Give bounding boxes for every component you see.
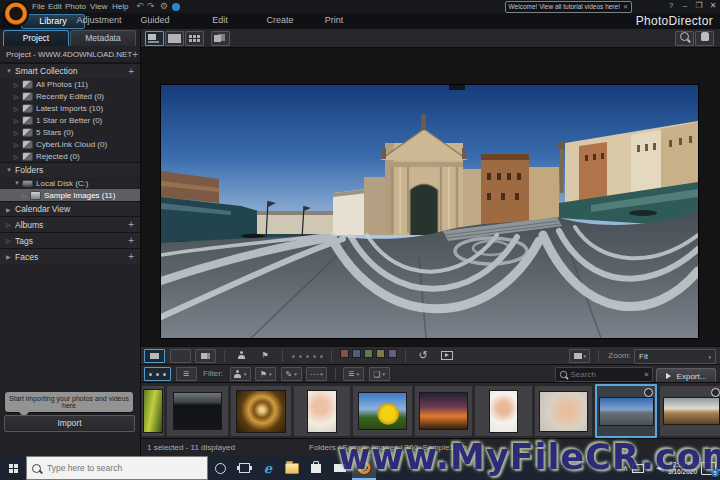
- gear-icon[interactable]: ⚙: [160, 0, 168, 13]
- expand-icon[interactable]: ▶: [6, 253, 15, 260]
- cortana-button[interactable]: [208, 456, 232, 480]
- tooltip-close-icon[interactable]: ✕: [623, 4, 628, 10]
- filmstrip-thumb-blonde-woman[interactable]: [535, 386, 592, 436]
- tab-edit[interactable]: Edit: [193, 14, 247, 27]
- tab-metadata[interactable]: Metadata: [70, 30, 136, 46]
- multi-mode-button[interactable]: [195, 349, 216, 363]
- filmstrip-thumb-golden-spiral[interactable]: [231, 386, 291, 436]
- mail-button[interactable]: [328, 456, 352, 480]
- flag-button[interactable]: ⚑: [256, 349, 275, 361]
- sidebar-item-rejected[interactable]: ▷ Rejected (0): [0, 150, 140, 162]
- library-search-box[interactable]: ✕: [555, 367, 653, 382]
- restore-button[interactable]: ❐: [692, 0, 706, 12]
- sidebar-item-latest-imports[interactable]: ▷ Latest Imports (10): [0, 102, 140, 114]
- tutorial-icon[interactable]: [172, 3, 180, 11]
- expand-icon[interactable]: ▷: [14, 153, 23, 160]
- two-up-mode-button[interactable]: [170, 349, 191, 363]
- single-photo-view-button[interactable]: [165, 31, 184, 46]
- grid-view-button[interactable]: [185, 31, 204, 46]
- menu-help[interactable]: Help: [108, 1, 132, 13]
- collapse-icon[interactable]: ▼: [6, 68, 15, 74]
- filter-flag-button[interactable]: ⚑▾: [255, 367, 276, 381]
- collapse-icon[interactable]: ▼: [14, 180, 23, 186]
- clear-search-icon[interactable]: ✕: [644, 371, 650, 379]
- stack-button[interactable]: ❏▾: [369, 367, 390, 381]
- filmstrip-thumb-venice-360-selected[interactable]: [595, 384, 657, 438]
- collapse-icon[interactable]: ▼: [6, 167, 15, 173]
- single-mode-button[interactable]: [144, 349, 165, 363]
- display-icon[interactable]: [632, 464, 644, 473]
- pan-tool-button[interactable]: [695, 31, 714, 46]
- filmstrip-thumb-dark-landscape[interactable]: [167, 386, 228, 436]
- calendar-view-header[interactable]: ▶ Calendar View: [0, 201, 140, 216]
- import-button[interactable]: Import: [4, 415, 135, 432]
- tab-create[interactable]: Create: [253, 14, 307, 27]
- expand-icon[interactable]: ▷: [14, 105, 23, 112]
- expand-icon[interactable]: ▷: [22, 192, 31, 199]
- sidebar-item-sample-images[interactable]: ▷ Sample Images (11): [0, 189, 140, 201]
- label-purple[interactable]: [388, 349, 397, 358]
- label-blue[interactable]: [352, 349, 361, 358]
- network-icon[interactable]: ⌐: [648, 465, 652, 472]
- tags-header[interactable]: ▷ Tags +: [0, 232, 140, 248]
- slideshow-button[interactable]: [437, 349, 456, 361]
- filmstrip[interactable]: [141, 382, 720, 439]
- filmstrip-thumb-green-plant[interactable]: [142, 386, 164, 436]
- minimize-button[interactable]: –: [678, 0, 692, 12]
- expand-icon[interactable]: ▷: [14, 117, 23, 124]
- tray-chevron-up-icon[interactable]: ∧: [622, 464, 628, 473]
- add-album-icon[interactable]: +: [128, 219, 134, 230]
- filmstrip-thumb-smiling-woman[interactable]: [294, 386, 350, 436]
- file-explorer-button[interactable]: [280, 456, 304, 480]
- photo-filmstrip-view-button[interactable]: [145, 31, 164, 46]
- tab-adjustment[interactable]: Adjustment: [72, 14, 126, 27]
- smart-collection-header[interactable]: ▼ Smart Collection +: [0, 63, 140, 78]
- library-search-input[interactable]: [568, 369, 643, 380]
- filter-edited-button[interactable]: ✎▾: [281, 367, 302, 381]
- tab-print[interactable]: Print: [307, 14, 361, 27]
- volume-icon[interactable]: ◀): [656, 464, 664, 472]
- add-tag-icon[interactable]: +: [128, 235, 134, 246]
- undo-icon[interactable]: ↶: [136, 0, 144, 13]
- action-center-icon[interactable]: 5: [701, 462, 716, 475]
- filmstrip-thumb-laughing-woman[interactable]: [475, 386, 532, 436]
- color-labels[interactable]: [339, 350, 402, 360]
- sidebar-item-one-star[interactable]: ▷ 1 Star or Better (0): [0, 114, 140, 126]
- expand-icon[interactable]: ▷: [6, 237, 15, 244]
- tutorial-tooltip[interactable]: Welcome! View all tutorial videos here!✕: [505, 1, 632, 13]
- redo-icon[interactable]: ↷: [147, 0, 155, 13]
- folders-header[interactable]: ▼ Folders: [0, 162, 140, 177]
- label-green[interactable]: [364, 349, 373, 358]
- filter-faces-button[interactable]: ▾: [230, 367, 251, 381]
- store-button[interactable]: [304, 456, 328, 480]
- faces-header[interactable]: ▶ Faces +: [0, 248, 140, 264]
- zoom-dropdown[interactable]: Fit▾: [634, 349, 716, 364]
- label-red[interactable]: [340, 349, 349, 358]
- sidebar-item-five-stars[interactable]: ▷ 5 Stars (0): [0, 126, 140, 138]
- add-project-icon[interactable]: +: [132, 49, 138, 60]
- start-button[interactable]: [0, 456, 26, 480]
- taskbar-photodirector-button[interactable]: [352, 456, 376, 480]
- tag-face-button[interactable]: [232, 349, 251, 361]
- info-panel-button[interactable]: ▾: [569, 349, 590, 363]
- filmstrip-thumb-canyon-360[interactable]: [660, 386, 720, 436]
- add-faces-icon[interactable]: +: [128, 251, 134, 262]
- taskbar-clock[interactable]: 12:30 PM 5/16/2020: [668, 461, 697, 476]
- expand-icon[interactable]: ▷: [14, 141, 23, 148]
- help-button[interactable]: ?: [664, 0, 678, 12]
- expand-icon[interactable]: ▶: [6, 206, 15, 213]
- sidebar-item-local-disk[interactable]: ▼ Local Disk (C:): [0, 177, 140, 189]
- albums-header[interactable]: ▷ Albums +: [0, 216, 140, 232]
- expand-icon[interactable]: ▷: [14, 129, 23, 136]
- sidebar-item-recently-edited[interactable]: ▷ Recently Edited (0): [0, 90, 140, 102]
- expand-icon[interactable]: ▷: [14, 81, 23, 88]
- filmstrip-thumb-storm-sunset[interactable]: [415, 386, 472, 436]
- search-button[interactable]: [675, 31, 694, 46]
- preview-image-venice-360[interactable]: [161, 85, 698, 338]
- tab-guided[interactable]: Guided: [128, 14, 182, 27]
- expand-icon[interactable]: ▷: [14, 93, 23, 100]
- edge-button[interactable]: e: [256, 456, 280, 480]
- rating-dots[interactable]: [290, 350, 325, 360]
- expand-icon[interactable]: ▷: [6, 221, 15, 228]
- task-view-button[interactable]: [232, 456, 256, 480]
